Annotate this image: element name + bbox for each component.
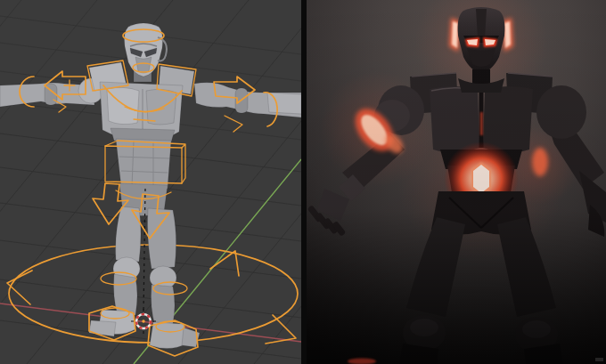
viewport-scene [0,0,301,364]
vignette-overlay [307,0,606,364]
render-scene [307,0,606,364]
comparison-image [0,0,606,364]
viewport-panel[interactable] [0,0,301,364]
corner-smudge [595,358,603,361]
render-panel [307,0,606,364]
